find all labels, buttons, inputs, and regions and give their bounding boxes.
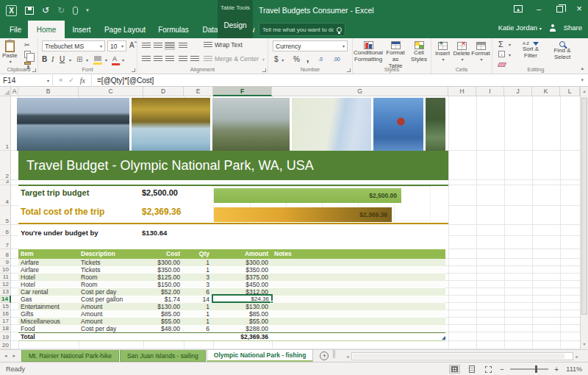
column-header-C[interactable]: C <box>79 87 143 96</box>
touch-mode-icon[interactable] <box>73 7 78 15</box>
normal-view-button[interactable] <box>449 365 460 374</box>
cell-notes[interactable] <box>272 325 445 332</box>
cell-desc[interactable]: Cost per gallon <box>79 296 143 303</box>
fill-handle[interactable] <box>270 301 273 304</box>
collapse-ribbon-icon[interactable]: ▴ <box>581 65 584 71</box>
cell-qty[interactable]: 6 <box>184 325 213 332</box>
paste-button[interactable]: Paste▾ <box>2 40 17 65</box>
scroll-up-icon[interactable]: ▴ <box>581 87 588 96</box>
column-header-B[interactable]: B <box>18 87 79 96</box>
comma-style-icon[interactable]: , <box>306 54 309 64</box>
cell-cost[interactable]: $52.00 <box>143 288 184 296</box>
align-right-icon[interactable] <box>165 56 174 63</box>
customize-qat-icon[interactable]: ▾ <box>86 7 89 13</box>
fill-down-icon[interactable]: ↓ <box>498 51 505 57</box>
tell-me-search[interactable]: Tell me what you want to do... <box>259 23 345 36</box>
cell-qty[interactable]: 3 <box>184 281 213 288</box>
cell-notes[interactable] <box>272 318 445 325</box>
cell-qty[interactable]: 6 <box>184 288 213 296</box>
cell-amount[interactable]: $130.00 <box>213 303 272 310</box>
cell-cost[interactable]: $130.00 <box>143 303 184 310</box>
select-all-corner[interactable] <box>0 87 11 96</box>
zoom-slider[interactable] <box>510 368 548 370</box>
row-header-20[interactable]: 20 <box>0 341 11 349</box>
font-color-dropdown[interactable]: ▾ <box>122 57 124 63</box>
row-header-13[interactable]: 13 <box>0 288 11 296</box>
scroll-left-icon[interactable]: ◂ <box>344 354 351 359</box>
sheet-tab-1[interactable]: Mt. Rainier National Park-hike <box>21 350 119 362</box>
delete-cells-button[interactable]: Delete▾ <box>452 42 471 63</box>
cell-qty[interactable]: 1 <box>184 266 213 274</box>
cell-notes[interactable] <box>272 266 445 274</box>
cell-amount[interactable]: $288.00 <box>213 325 272 332</box>
column-header-G[interactable]: G <box>272 87 448 96</box>
zoom-in-button[interactable]: + <box>554 365 559 374</box>
tab-formulas[interactable]: Formulas <box>151 21 196 38</box>
horizontal-scrollbar[interactable]: ◂ ▸ <box>344 351 581 361</box>
sheet-tab-3[interactable]: Olympic National Park - fishing <box>207 350 314 362</box>
expand-formula-bar-icon[interactable]: ▾ <box>581 77 588 83</box>
zoom-level[interactable]: 111% <box>564 365 582 373</box>
font-name-select[interactable]: Trebuchet MS▾ <box>42 40 105 51</box>
row-header-5[interactable]: 5 <box>0 206 11 225</box>
account-name[interactable]: Katie Jordan ▾ <box>498 24 542 32</box>
number-format-select[interactable]: Currency▾ <box>273 40 348 51</box>
cell-amount[interactable]: $375.00 <box>213 274 272 281</box>
page-layout-view-button[interactable] <box>466 365 477 374</box>
cell-desc[interactable]: Tickets <box>79 266 143 274</box>
sheet-nav-left-icon[interactable]: ◂ <box>4 353 7 359</box>
cell-item[interactable]: Airfare <box>18 266 79 274</box>
table-header-item[interactable]: Item <box>18 249 79 259</box>
number-dialog-launcher[interactable] <box>347 68 351 72</box>
table-header-qty[interactable]: Qty <box>184 249 213 259</box>
format-painter-icon[interactable] <box>24 62 31 65</box>
cell-amount[interactable]: $55.00 <box>213 318 272 325</box>
excel-logo-icon[interactable]: X <box>6 5 17 16</box>
underline-dropdown[interactable]: ▾ <box>69 57 71 63</box>
orientation-icon[interactable] <box>179 43 187 49</box>
font-size-select[interactable]: 10▾ <box>107 40 126 51</box>
table-header-description[interactable]: Description <box>79 249 143 259</box>
row-header-10[interactable]: 10 <box>0 266 11 274</box>
row-header-4[interactable]: 4 <box>0 185 11 206</box>
cell-item[interactable]: Airfare <box>18 259 79 266</box>
vertical-scroll-thumb[interactable] <box>581 98 587 315</box>
cell-item[interactable]: Hotel <box>18 274 79 281</box>
cell-item[interactable]: Gifts <box>18 310 79 318</box>
name-box[interactable]: F14▾ <box>0 74 53 87</box>
accounting-format-icon[interactable]: $ ▾ <box>274 55 284 63</box>
cell-cost[interactable]: $48.00 <box>143 325 184 332</box>
zoom-out-button[interactable]: − <box>500 365 504 374</box>
cell-desc[interactable]: Cost per day <box>79 325 143 332</box>
find-select-button[interactable]: Find &Select <box>548 41 576 60</box>
tab-file[interactable]: File <box>3 21 28 38</box>
wrap-text-button[interactable]: Wrap Text <box>204 41 243 49</box>
new-sheet-button[interactable]: + <box>320 350 329 362</box>
table-row[interactable]: HotelRoom$125.003$375.00 <box>18 274 445 281</box>
row-header-7[interactable]: 7 <box>0 236 11 249</box>
cell-amount[interactable]: $85.00 <box>213 310 272 318</box>
cell-item[interactable]: Miscellaneous <box>18 318 79 325</box>
cell-item[interactable]: Entertainment <box>18 303 79 310</box>
cell-cost[interactable]: $1.74 <box>143 296 184 303</box>
sheet-body[interactable]: Travel Budget - Olympic National Park, W… <box>11 96 580 349</box>
cell-notes[interactable] <box>272 259 445 266</box>
cell-notes[interactable] <box>272 310 445 318</box>
table-row[interactable]: HotelRoom$150.003$450.00 <box>18 281 445 288</box>
cell-amount[interactable]: $450.00 <box>213 281 272 288</box>
scroll-right-icon[interactable]: ▸ <box>573 354 581 359</box>
column-header-L[interactable]: L <box>560 87 580 96</box>
row-header-11[interactable]: 11 <box>0 274 11 281</box>
table-row[interactable]: AirfareTickets$350.001$350.00 <box>18 266 445 274</box>
redo-icon[interactable]: ↻ <box>57 6 65 15</box>
table-header-amount[interactable]: Amount <box>213 249 272 259</box>
ribbon-display-options-icon[interactable]: ▴ <box>514 5 523 12</box>
tab-design[interactable]: Design <box>218 21 253 29</box>
tab-page-layout[interactable]: Page Layout <box>98 21 151 38</box>
format-as-table-button[interactable]: Format asTable <box>383 41 408 69</box>
alignment-dialog-launcher[interactable] <box>262 68 266 72</box>
tab-scrollbar-splitter[interactable] <box>333 350 335 358</box>
sheet-nav-right-icon[interactable]: ▸ <box>13 353 16 359</box>
save-icon[interactable] <box>25 7 34 15</box>
close-button[interactable]: × <box>573 2 585 15</box>
